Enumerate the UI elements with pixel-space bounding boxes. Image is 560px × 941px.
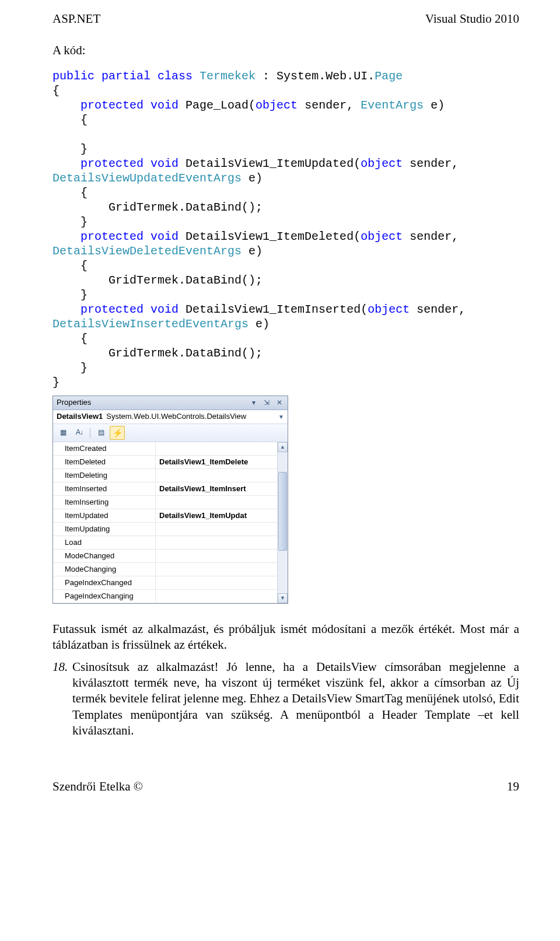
property-value[interactable] [156,523,277,536]
property-row[interactable]: ItemDeletedDetailsView1_ItemDelete [53,456,277,469]
property-row[interactable]: Load [53,536,277,550]
property-name: ItemDeleted [53,456,156,468]
events-tab-button[interactable]: ⚡ [110,426,125,440]
list-text: Csinosítsuk az alkalmazást! Jó lenne, ha… [72,659,519,739]
property-value[interactable] [156,469,277,482]
list-item-18: 18. Csinosítsuk az alkalmazást! Jó lenne… [52,659,519,739]
scrollbar[interactable]: ▲ ▼ [277,442,288,603]
property-name: ItemInserting [53,496,156,509]
property-value[interactable] [156,550,277,562]
property-value[interactable]: DetailsView1_ItemDelete [156,456,277,468]
toolbar-separator [90,428,90,438]
close-icon[interactable]: ✕ [275,398,284,408]
property-name: Load [53,536,156,549]
property-value[interactable] [156,442,277,455]
list-number: 18. [52,659,69,739]
property-row[interactable]: PageIndexChanged [53,576,277,590]
property-row[interactable]: ItemUpdatedDetailsView1_ItemUpdat [53,509,277,523]
properties-titlebar: Properties ▾ ⇲ ✕ [53,396,288,410]
property-value[interactable]: DetailsView1_ItemInsert [156,482,277,495]
code-block: public partial class Termekek : System.W… [52,69,519,390]
property-row[interactable]: ModeChanged [53,550,277,563]
property-value[interactable] [156,536,277,549]
property-row[interactable]: ItemInserting [53,496,277,509]
properties-window: Properties ▾ ⇲ ✕ DetailsView1 System.Web… [52,396,288,604]
header-right: Visual Studio 2010 [425,12,519,26]
footer-left: Szendrői Etelka © [52,779,143,794]
scroll-track[interactable] [278,452,288,593]
property-row[interactable]: ItemCreated [53,442,277,456]
property-row[interactable]: ItemDeleting [53,469,277,482]
property-name: ModeChanged [53,550,156,562]
header-left: ASP.NET [52,12,100,26]
property-name: PageIndexChanging [53,590,156,603]
property-name: ModeChanging [53,563,156,576]
pin-icon[interactable]: ⇲ [262,398,271,408]
properties-grid: ItemCreatedItemDeletedDetailsView1_ItemD… [53,442,277,603]
properties-tab-button[interactable]: ▤ [93,426,108,440]
selector-type: System.Web.UI.WebControls.DetailsView [106,412,246,422]
intro-label: A kód: [52,43,519,58]
property-value[interactable] [156,576,277,589]
property-row[interactable]: ModeChanging [53,563,277,576]
lightning-icon: ⚡ [113,428,123,438]
dropdown-icon[interactable]: ▾ [249,398,258,408]
alphabetical-button[interactable]: A↓ [72,426,87,440]
property-value[interactable]: DetailsView1_ItemUpdat [156,509,277,522]
property-value[interactable] [156,590,277,603]
properties-title: Properties [57,398,246,408]
property-name: ItemInserted [53,482,156,495]
categorized-button[interactable]: ▦ [55,426,71,440]
property-row[interactable]: ItemUpdating [53,523,277,536]
object-selector[interactable]: DetailsView1 System.Web.UI.WebControls.D… [53,410,288,424]
scroll-down-button[interactable]: ▼ [278,593,288,603]
properties-toolbar: ▦ A↓ ▤ ⚡ [53,424,288,442]
selector-name: DetailsView1 [57,412,103,422]
paragraph-1: Futassuk ismét az alkalmazást, és próbál… [52,621,519,653]
property-row[interactable]: PageIndexChanging [53,590,277,603]
property-name: ItemDeleting [53,469,156,482]
chevron-down-icon: ▼ [278,413,284,421]
property-name: ItemCreated [53,442,156,455]
scroll-up-button[interactable]: ▲ [278,442,288,452]
property-name: ItemUpdated [53,509,156,522]
footer-right: 19 [507,779,519,794]
property-row[interactable]: ItemInsertedDetailsView1_ItemInsert [53,482,277,496]
property-value[interactable] [156,563,277,576]
property-value[interactable] [156,496,277,509]
property-name: PageIndexChanged [53,576,156,589]
property-name: ItemUpdating [53,523,156,536]
scroll-thumb[interactable] [278,472,287,551]
